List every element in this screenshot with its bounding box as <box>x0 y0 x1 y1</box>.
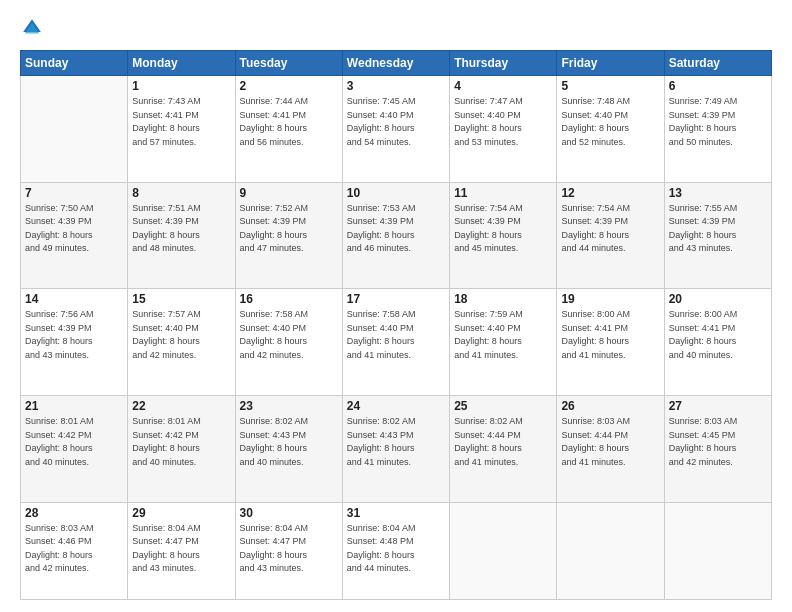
calendar-cell: 13Sunrise: 7:55 AMSunset: 4:39 PMDayligh… <box>664 182 771 289</box>
calendar-cell: 10Sunrise: 7:53 AMSunset: 4:39 PMDayligh… <box>342 182 449 289</box>
day-number: 31 <box>347 506 445 520</box>
calendar-cell: 28Sunrise: 8:03 AMSunset: 4:46 PMDayligh… <box>21 502 128 599</box>
calendar-cell <box>557 502 664 599</box>
day-info: Sunrise: 7:54 AMSunset: 4:39 PMDaylight:… <box>561 202 659 256</box>
weekday-header-sunday: Sunday <box>21 51 128 76</box>
day-info: Sunrise: 7:56 AMSunset: 4:39 PMDaylight:… <box>25 308 123 362</box>
day-info: Sunrise: 8:04 AMSunset: 4:47 PMDaylight:… <box>240 522 338 576</box>
calendar-cell: 23Sunrise: 8:02 AMSunset: 4:43 PMDayligh… <box>235 396 342 503</box>
weekday-header-saturday: Saturday <box>664 51 771 76</box>
day-number: 25 <box>454 399 552 413</box>
day-info: Sunrise: 8:04 AMSunset: 4:47 PMDaylight:… <box>132 522 230 576</box>
calendar-cell: 22Sunrise: 8:01 AMSunset: 4:42 PMDayligh… <box>128 396 235 503</box>
calendar-cell: 2Sunrise: 7:44 AMSunset: 4:41 PMDaylight… <box>235 76 342 183</box>
calendar-week-row: 28Sunrise: 8:03 AMSunset: 4:46 PMDayligh… <box>21 502 772 599</box>
calendar-cell: 29Sunrise: 8:04 AMSunset: 4:47 PMDayligh… <box>128 502 235 599</box>
day-info: Sunrise: 7:44 AMSunset: 4:41 PMDaylight:… <box>240 95 338 149</box>
calendar-cell: 6Sunrise: 7:49 AMSunset: 4:39 PMDaylight… <box>664 76 771 183</box>
day-number: 15 <box>132 292 230 306</box>
calendar-cell: 19Sunrise: 8:00 AMSunset: 4:41 PMDayligh… <box>557 289 664 396</box>
calendar-cell: 16Sunrise: 7:58 AMSunset: 4:40 PMDayligh… <box>235 289 342 396</box>
day-info: Sunrise: 8:02 AMSunset: 4:44 PMDaylight:… <box>454 415 552 469</box>
calendar-cell: 5Sunrise: 7:48 AMSunset: 4:40 PMDaylight… <box>557 76 664 183</box>
calendar-cell: 21Sunrise: 8:01 AMSunset: 4:42 PMDayligh… <box>21 396 128 503</box>
day-info: Sunrise: 7:50 AMSunset: 4:39 PMDaylight:… <box>25 202 123 256</box>
logo-icon <box>20 16 44 40</box>
day-number: 7 <box>25 186 123 200</box>
day-number: 3 <box>347 79 445 93</box>
calendar-cell <box>21 76 128 183</box>
day-number: 19 <box>561 292 659 306</box>
day-number: 23 <box>240 399 338 413</box>
calendar-week-row: 7Sunrise: 7:50 AMSunset: 4:39 PMDaylight… <box>21 182 772 289</box>
weekday-header-monday: Monday <box>128 51 235 76</box>
day-number: 17 <box>347 292 445 306</box>
day-number: 1 <box>132 79 230 93</box>
calendar-cell: 1Sunrise: 7:43 AMSunset: 4:41 PMDaylight… <box>128 76 235 183</box>
day-number: 5 <box>561 79 659 93</box>
day-number: 27 <box>669 399 767 413</box>
calendar-cell: 17Sunrise: 7:58 AMSunset: 4:40 PMDayligh… <box>342 289 449 396</box>
day-info: Sunrise: 8:01 AMSunset: 4:42 PMDaylight:… <box>25 415 123 469</box>
day-info: Sunrise: 7:58 AMSunset: 4:40 PMDaylight:… <box>240 308 338 362</box>
calendar-cell: 12Sunrise: 7:54 AMSunset: 4:39 PMDayligh… <box>557 182 664 289</box>
day-info: Sunrise: 8:02 AMSunset: 4:43 PMDaylight:… <box>347 415 445 469</box>
calendar-week-row: 14Sunrise: 7:56 AMSunset: 4:39 PMDayligh… <box>21 289 772 396</box>
day-info: Sunrise: 7:54 AMSunset: 4:39 PMDaylight:… <box>454 202 552 256</box>
day-info: Sunrise: 7:58 AMSunset: 4:40 PMDaylight:… <box>347 308 445 362</box>
weekday-header-row: SundayMondayTuesdayWednesdayThursdayFrid… <box>21 51 772 76</box>
calendar-cell: 7Sunrise: 7:50 AMSunset: 4:39 PMDaylight… <box>21 182 128 289</box>
calendar-cell: 4Sunrise: 7:47 AMSunset: 4:40 PMDaylight… <box>450 76 557 183</box>
day-info: Sunrise: 7:53 AMSunset: 4:39 PMDaylight:… <box>347 202 445 256</box>
calendar-cell: 30Sunrise: 8:04 AMSunset: 4:47 PMDayligh… <box>235 502 342 599</box>
day-number: 26 <box>561 399 659 413</box>
day-number: 14 <box>25 292 123 306</box>
day-info: Sunrise: 8:03 AMSunset: 4:44 PMDaylight:… <box>561 415 659 469</box>
calendar-cell: 25Sunrise: 8:02 AMSunset: 4:44 PMDayligh… <box>450 396 557 503</box>
weekday-header-tuesday: Tuesday <box>235 51 342 76</box>
day-number: 12 <box>561 186 659 200</box>
calendar-cell: 26Sunrise: 8:03 AMSunset: 4:44 PMDayligh… <box>557 396 664 503</box>
day-info: Sunrise: 8:01 AMSunset: 4:42 PMDaylight:… <box>132 415 230 469</box>
calendar-cell: 31Sunrise: 8:04 AMSunset: 4:48 PMDayligh… <box>342 502 449 599</box>
day-number: 21 <box>25 399 123 413</box>
day-info: Sunrise: 7:57 AMSunset: 4:40 PMDaylight:… <box>132 308 230 362</box>
day-number: 20 <box>669 292 767 306</box>
day-info: Sunrise: 7:43 AMSunset: 4:41 PMDaylight:… <box>132 95 230 149</box>
calendar-cell: 9Sunrise: 7:52 AMSunset: 4:39 PMDaylight… <box>235 182 342 289</box>
day-info: Sunrise: 7:49 AMSunset: 4:39 PMDaylight:… <box>669 95 767 149</box>
calendar-week-row: 21Sunrise: 8:01 AMSunset: 4:42 PMDayligh… <box>21 396 772 503</box>
logo <box>20 16 48 40</box>
calendar-cell: 8Sunrise: 7:51 AMSunset: 4:39 PMDaylight… <box>128 182 235 289</box>
weekday-header-wednesday: Wednesday <box>342 51 449 76</box>
calendar-cell: 3Sunrise: 7:45 AMSunset: 4:40 PMDaylight… <box>342 76 449 183</box>
calendar-cell <box>664 502 771 599</box>
day-number: 24 <box>347 399 445 413</box>
calendar-cell <box>450 502 557 599</box>
day-number: 16 <box>240 292 338 306</box>
day-number: 6 <box>669 79 767 93</box>
weekday-header-friday: Friday <box>557 51 664 76</box>
day-info: Sunrise: 7:48 AMSunset: 4:40 PMDaylight:… <box>561 95 659 149</box>
day-info: Sunrise: 8:00 AMSunset: 4:41 PMDaylight:… <box>561 308 659 362</box>
day-info: Sunrise: 7:51 AMSunset: 4:39 PMDaylight:… <box>132 202 230 256</box>
calendar-week-row: 1Sunrise: 7:43 AMSunset: 4:41 PMDaylight… <box>21 76 772 183</box>
day-number: 29 <box>132 506 230 520</box>
calendar-cell: 15Sunrise: 7:57 AMSunset: 4:40 PMDayligh… <box>128 289 235 396</box>
day-info: Sunrise: 8:00 AMSunset: 4:41 PMDaylight:… <box>669 308 767 362</box>
header <box>20 16 772 40</box>
day-info: Sunrise: 7:59 AMSunset: 4:40 PMDaylight:… <box>454 308 552 362</box>
calendar-cell: 18Sunrise: 7:59 AMSunset: 4:40 PMDayligh… <box>450 289 557 396</box>
day-info: Sunrise: 7:45 AMSunset: 4:40 PMDaylight:… <box>347 95 445 149</box>
weekday-header-thursday: Thursday <box>450 51 557 76</box>
day-number: 8 <box>132 186 230 200</box>
day-number: 2 <box>240 79 338 93</box>
calendar-table: SundayMondayTuesdayWednesdayThursdayFrid… <box>20 50 772 600</box>
calendar-cell: 20Sunrise: 8:00 AMSunset: 4:41 PMDayligh… <box>664 289 771 396</box>
day-number: 4 <box>454 79 552 93</box>
day-info: Sunrise: 7:55 AMSunset: 4:39 PMDaylight:… <box>669 202 767 256</box>
page: SundayMondayTuesdayWednesdayThursdayFrid… <box>0 0 792 612</box>
calendar-cell: 11Sunrise: 7:54 AMSunset: 4:39 PMDayligh… <box>450 182 557 289</box>
day-number: 10 <box>347 186 445 200</box>
day-number: 28 <box>25 506 123 520</box>
